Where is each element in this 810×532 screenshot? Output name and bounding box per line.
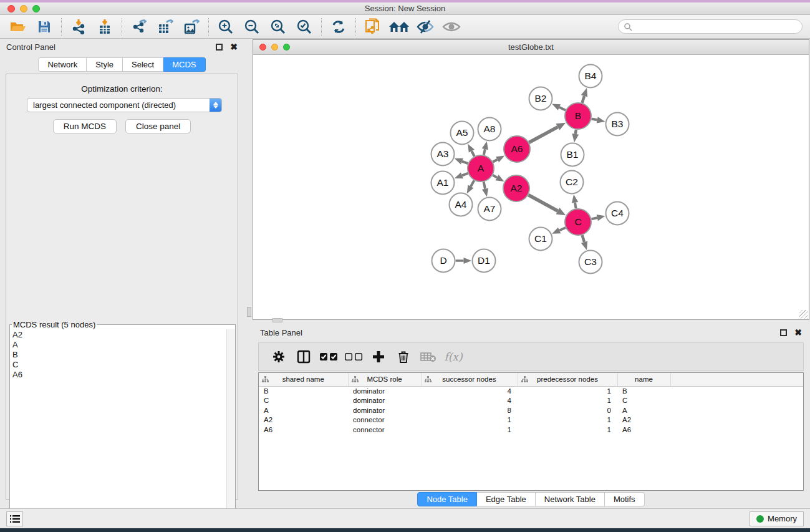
table-cell[interactable]: 8 (421, 405, 518, 415)
mcds-list-scrollbar[interactable] (226, 329, 235, 531)
table-row[interactable]: A6connector11A6 (259, 425, 803, 435)
edge-A-A7[interactable] (484, 182, 485, 189)
edge-B-B4[interactable] (582, 96, 584, 103)
table-cell[interactable]: A (259, 405, 348, 415)
tab-node-table[interactable]: Node Table (417, 492, 477, 506)
table-cell[interactable]: A6 (617, 425, 670, 435)
zoom-in-button[interactable] (213, 16, 239, 37)
apply-function-button[interactable]: f(x) (441, 346, 466, 368)
delete-table-button[interactable] (416, 346, 441, 368)
edge-A-A1[interactable] (462, 173, 468, 176)
zoom-out-button[interactable] (239, 16, 265, 37)
table-cell[interactable]: A6 (259, 425, 348, 435)
column-header-predecessor-nodes[interactable]: predecessor nodes (518, 373, 617, 386)
zoom-selected-button[interactable] (291, 16, 317, 37)
import-table-button[interactable] (92, 16, 118, 37)
tab-motifs[interactable]: Motifs (605, 492, 645, 506)
optimization-criterion-select[interactable]: largest connected component (directed) (27, 98, 222, 112)
panel-divider-grip[interactable] (247, 307, 251, 317)
network-canvas[interactable]: B4B2BB3A5A8A6A3B1AA1C2A2A4A7C4CC1C3DD1 (253, 55, 809, 319)
table-cell[interactable]: 1 (518, 425, 617, 435)
table-cell[interactable]: C (259, 396, 348, 406)
table-cell[interactable]: dominator (348, 396, 421, 406)
table-cell[interactable]: 1 (421, 425, 518, 435)
table-cell[interactable]: connector (348, 415, 421, 425)
float-panel-icon[interactable] (216, 44, 223, 51)
table-cell[interactable]: B (617, 386, 670, 396)
add-column-button[interactable] (366, 346, 391, 368)
first-neighbors-button[interactable] (386, 16, 412, 37)
table-cell[interactable]: connector (348, 425, 421, 435)
table-cell[interactable]: 4 (421, 386, 518, 396)
table-cell[interactable]: 1 (518, 415, 617, 425)
search-box[interactable] (618, 19, 803, 34)
run-mcds-button[interactable]: Run MCDS (53, 119, 117, 133)
delete-column-button[interactable] (391, 346, 416, 368)
select-all-button[interactable] (316, 346, 341, 368)
edge-B-B1[interactable] (576, 130, 576, 134)
edge-B-B2[interactable] (559, 107, 566, 110)
new-network-from-selection-button[interactable] (360, 16, 386, 37)
table-row[interactable]: Cdominator41C (259, 396, 803, 406)
table-cell[interactable]: dominator (348, 405, 421, 415)
hide-selected-button[interactable] (412, 16, 438, 37)
export-table-button[interactable] (152, 16, 178, 37)
export-network-button[interactable] (126, 16, 152, 37)
mcds-result-item[interactable]: B (12, 350, 224, 360)
edge-A-A5[interactable] (471, 151, 474, 156)
float-table-panel-icon[interactable] (780, 329, 787, 336)
table-cell[interactable]: 4 (421, 396, 518, 406)
column-header-MCDS-role[interactable]: MCDS role (348, 373, 421, 386)
edge-C-C4[interactable] (591, 218, 597, 219)
tab-edge-table[interactable]: Edge Table (477, 492, 536, 506)
column-header-successor-nodes[interactable]: successor nodes (421, 373, 518, 386)
mcds-result-item[interactable]: A6 (12, 370, 224, 380)
tab-network-table[interactable]: Network Table (536, 492, 605, 506)
edge-C-C2[interactable] (575, 203, 576, 209)
column-settings-button[interactable] (266, 346, 291, 368)
edge-A-A8[interactable] (484, 149, 485, 155)
edge-C-C3[interactable] (582, 235, 584, 242)
table-cell[interactable]: A2 (617, 415, 670, 425)
close-panel-icon[interactable]: ✖ (230, 44, 238, 51)
table-cell[interactable]: B (259, 386, 348, 396)
edge-A-A4[interactable] (471, 180, 474, 186)
table-row[interactable]: Bdominator41B (259, 386, 803, 396)
edge-A-A2[interactable] (493, 175, 497, 178)
split-table-button[interactable] (291, 346, 316, 368)
table-cell[interactable]: 1 (518, 396, 617, 406)
close-panel-button[interactable]: Close panel (125, 119, 191, 133)
mcds-result-item[interactable]: A2 (12, 330, 224, 340)
open-session-button[interactable] (5, 16, 31, 37)
refresh-button[interactable] (325, 16, 352, 37)
window-resize-grip[interactable] (799, 310, 808, 319)
edge-A-A6[interactable] (493, 160, 497, 162)
close-table-panel-icon[interactable]: ✖ (794, 329, 802, 336)
save-session-button[interactable] (31, 16, 57, 37)
table-row[interactable]: A2connector11A2 (259, 415, 803, 425)
edge-B-B3[interactable] (592, 118, 597, 120)
edge-A-A3[interactable] (462, 162, 468, 164)
mcds-result-list[interactable]: A2ABCA6 (10, 329, 226, 531)
show-hidden-button[interactable] (438, 16, 465, 37)
export-image-button[interactable] (178, 16, 205, 37)
search-input[interactable] (632, 22, 797, 31)
column-header-shared-name[interactable]: shared name (259, 373, 348, 386)
table-cell[interactable]: A (617, 405, 670, 415)
task-history-button[interactable] (6, 511, 23, 526)
column-header-name[interactable]: name (617, 373, 670, 386)
edge-A6-B[interactable] (529, 127, 557, 143)
table-cell[interactable]: 0 (518, 405, 617, 415)
table-cell[interactable]: A2 (259, 415, 348, 425)
memory-button[interactable]: Memory (750, 511, 804, 526)
mcds-result-item[interactable]: C (12, 360, 224, 370)
tab-select[interactable]: Select (123, 57, 163, 72)
table-cell[interactable]: dominator (348, 386, 421, 396)
table-cell[interactable]: 1 (518, 386, 617, 396)
table-row[interactable]: Adominator80A (259, 405, 803, 415)
edge-A2-C[interactable] (528, 195, 557, 211)
horizontal-divider-grip[interactable] (272, 318, 282, 322)
edge-C-C1[interactable] (559, 228, 566, 230)
tab-mcds[interactable]: MCDS (163, 57, 205, 72)
zoom-fit-button[interactable] (265, 16, 291, 37)
